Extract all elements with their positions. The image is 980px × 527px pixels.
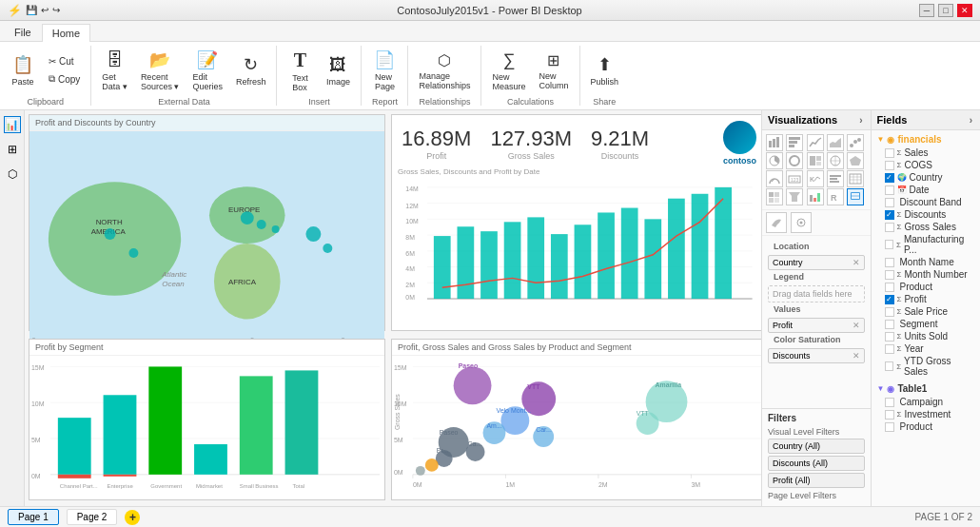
viz-icon-treemap[interactable] bbox=[807, 152, 824, 169]
maximize-button[interactable]: □ bbox=[938, 4, 953, 17]
viz-icon-slicer[interactable] bbox=[827, 170, 844, 187]
close-button[interactable]: ✕ bbox=[957, 4, 972, 17]
fields-collapse-btn[interactable]: › bbox=[968, 115, 974, 126]
field-investment-check[interactable] bbox=[885, 410, 894, 420]
field-product-table1[interactable]: Product bbox=[872, 420, 981, 433]
field-manufacturing[interactable]: Σ Manufacturing P... bbox=[872, 233, 981, 256]
field-year[interactable]: Σ Year bbox=[872, 342, 981, 355]
field-month-name-check[interactable] bbox=[885, 258, 894, 267]
get-data-button[interactable]: 🗄 GetData ▾ bbox=[97, 46, 132, 95]
field-discounts-check[interactable]: ✓ bbox=[885, 210, 894, 220]
viz-icon-funnel[interactable] bbox=[786, 188, 803, 205]
bar-chart[interactable]: Profit by Segment 15M 10M 5M 0M bbox=[29, 339, 385, 500]
viz-location-x[interactable]: ✕ bbox=[853, 258, 860, 267]
field-cogs[interactable]: Σ COGS bbox=[872, 159, 981, 171]
field-cogs-check[interactable] bbox=[885, 161, 894, 170]
field-sale-price-check[interactable] bbox=[885, 307, 894, 317]
report-view-icon[interactable]: 📊 bbox=[4, 116, 21, 133]
field-discount-band-check[interactable] bbox=[885, 198, 894, 207]
viz-icon-card[interactable]: 123 bbox=[786, 170, 803, 187]
manage-relationships-button[interactable]: ⬡ ManageRelationships bbox=[414, 46, 475, 95]
field-sales-check[interactable] bbox=[885, 148, 894, 158]
page-2-tab[interactable]: Page 2 bbox=[67, 509, 118, 525]
viz-icon-analytics[interactable] bbox=[791, 212, 812, 233]
field-product-table1-check[interactable] bbox=[885, 422, 894, 432]
field-investment[interactable]: Σ Investment bbox=[872, 408, 981, 420]
field-units-sold[interactable]: Σ Units Sold bbox=[872, 330, 981, 342]
viz-icon-kpi[interactable]: K bbox=[807, 170, 824, 187]
canvas-area[interactable]: Profit and Discounts by Country NORTH AM… bbox=[25, 110, 761, 506]
viz-color-field[interactable]: Discounts ✕ bbox=[768, 348, 865, 363]
field-date[interactable]: 📅 Date bbox=[872, 184, 981, 196]
field-month-number[interactable]: Σ Month Number bbox=[872, 268, 981, 281]
map-chart[interactable]: Profit and Discounts by Country NORTH AM… bbox=[29, 114, 385, 331]
viz-icon-scatter[interactable] bbox=[847, 134, 864, 151]
page-1-tab[interactable]: Page 1 bbox=[8, 509, 59, 525]
field-segment[interactable]: Segment bbox=[872, 318, 981, 330]
field-segment-check[interactable] bbox=[885, 320, 894, 329]
field-campaign[interactable]: Campaign bbox=[872, 396, 981, 408]
copy-button[interactable]: ⧉ Copy bbox=[44, 70, 85, 88]
field-sales[interactable]: Σ Sales bbox=[872, 146, 981, 159]
text-box-button[interactable]: T TextBox bbox=[283, 46, 317, 95]
field-ytd-gross-sales[interactable]: Σ YTD Gross Sales bbox=[872, 355, 981, 378]
new-measure-button[interactable]: ∑ NewMeasure bbox=[487, 46, 530, 95]
bubble-chart[interactable]: Profit, Gross Sales and Gross Sales by P… bbox=[391, 339, 761, 500]
field-product[interactable]: Product bbox=[872, 281, 981, 293]
viz-icon-bar[interactable] bbox=[766, 134, 783, 151]
viz-icon-table[interactable] bbox=[847, 170, 864, 187]
viz-icon-column[interactable] bbox=[786, 134, 803, 151]
paste-button[interactable]: 📋 Paste bbox=[6, 46, 40, 95]
viz-location-field[interactable]: Country ✕ bbox=[768, 255, 865, 270]
field-country-check[interactable]: ✓ bbox=[885, 173, 894, 183]
filter-country[interactable]: Country (All) bbox=[768, 439, 865, 454]
viz-icon-custom[interactable] bbox=[847, 188, 864, 205]
edit-queries-button[interactable]: 📝 EditQueries bbox=[187, 46, 227, 95]
field-profit-check[interactable]: ✓ bbox=[885, 295, 894, 304]
field-discounts[interactable]: ✓ Σ Discounts bbox=[872, 208, 981, 221]
tab-file[interactable]: File bbox=[4, 23, 42, 41]
field-country[interactable]: ✓ 🌍 Country bbox=[872, 171, 981, 184]
viz-icon-gauge[interactable] bbox=[766, 170, 783, 187]
field-campaign-check[interactable] bbox=[885, 398, 894, 407]
field-units-sold-check[interactable] bbox=[885, 332, 894, 342]
viz-values-x[interactable]: ✕ bbox=[853, 321, 860, 330]
model-view-icon[interactable]: ⬡ bbox=[4, 166, 21, 183]
field-year-check[interactable] bbox=[885, 344, 894, 354]
field-manufacturing-check[interactable] bbox=[885, 240, 893, 249]
field-ytd-check[interactable] bbox=[885, 361, 894, 371]
minimize-button[interactable]: ─ bbox=[919, 4, 934, 17]
viz-legend-dropzone[interactable]: Drag data fields here bbox=[768, 285, 865, 303]
fields-group-table1-header[interactable]: ▼ ◉ Table1 bbox=[872, 381, 981, 396]
viz-values-field[interactable]: Profit ✕ bbox=[768, 318, 865, 333]
viz-icon-matrix[interactable] bbox=[766, 188, 783, 205]
data-view-icon[interactable]: ⊞ bbox=[4, 141, 21, 158]
viz-collapse-btn[interactable]: › bbox=[857, 115, 864, 126]
field-gross-sales[interactable]: Σ Gross Sales bbox=[872, 221, 981, 233]
fields-group-financials-header[interactable]: ▼ ◉ financials bbox=[872, 132, 981, 146]
viz-color-x[interactable]: ✕ bbox=[853, 351, 860, 361]
tab-home[interactable]: Home bbox=[42, 24, 90, 42]
field-product-check[interactable] bbox=[885, 283, 894, 292]
field-profit[interactable]: ✓ Σ Profit bbox=[872, 293, 981, 305]
recent-sources-button[interactable]: 📂 RecentSources ▾ bbox=[136, 46, 185, 95]
viz-icon-pie[interactable] bbox=[766, 152, 783, 169]
field-month-name[interactable]: Month Name bbox=[872, 256, 981, 268]
field-date-check[interactable] bbox=[885, 185, 894, 195]
field-gross-sales-check[interactable] bbox=[885, 223, 894, 232]
filter-discounts[interactable]: Discounts (All) bbox=[768, 456, 865, 471]
line-chart[interactable]: 16.89M Profit 127.93M Gross Sales 9.21M … bbox=[391, 114, 761, 331]
viz-icon-donut[interactable] bbox=[786, 152, 803, 169]
refresh-button[interactable]: ↻ Refresh bbox=[231, 46, 271, 95]
viz-icon-filled-map[interactable] bbox=[847, 152, 864, 169]
quick-access-redo[interactable]: ↪ bbox=[52, 5, 60, 15]
new-column-button[interactable]: ⊞ NewColumn bbox=[534, 46, 573, 95]
quick-access-undo[interactable]: ↩ bbox=[41, 5, 49, 15]
cut-button[interactable]: ✂ Cut bbox=[44, 53, 85, 69]
viz-icon-r-script[interactable]: R bbox=[827, 188, 844, 205]
field-sale-price[interactable]: Σ Sale Price bbox=[872, 305, 981, 318]
viz-icon-format[interactable] bbox=[766, 212, 787, 233]
field-discount-band[interactable]: Discount Band bbox=[872, 196, 981, 208]
add-page-button[interactable]: + bbox=[125, 510, 140, 525]
viz-icon-area[interactable] bbox=[827, 134, 844, 151]
